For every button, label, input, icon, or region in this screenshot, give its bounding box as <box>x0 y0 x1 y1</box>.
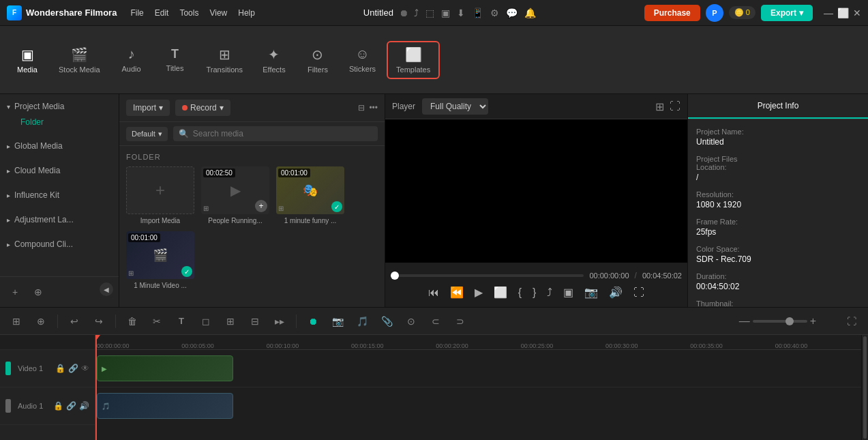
stop-button[interactable]: ⬜ <box>494 286 507 299</box>
import-button[interactable]: Import ▾ <box>126 100 170 116</box>
fullscreen-icon[interactable]: ⛶ <box>670 100 680 113</box>
tl-split-view-button[interactable]: ⊞ <box>7 312 26 331</box>
purchase-button[interactable]: Purchase <box>644 5 700 21</box>
search-input[interactable] <box>193 129 372 138</box>
tab-project-info[interactable]: Project Info <box>688 94 868 119</box>
tl-group-button[interactable]: ⊞ <box>221 312 240 331</box>
video1-eye-icon[interactable]: 👁 <box>81 364 89 373</box>
tl-cut-button[interactable]: ✂ <box>147 312 166 331</box>
timeline-scrollbar[interactable] <box>861 335 868 440</box>
tl-mark-button[interactable]: ⊙ <box>402 312 421 331</box>
media-item-people-running[interactable]: 00:02:50 ▶ + ⊞ People Running... <box>201 166 269 224</box>
screen-button[interactable]: ▣ <box>563 286 573 299</box>
tl-text-button[interactable]: T <box>172 312 191 331</box>
tl-redo-button[interactable]: ↪ <box>89 312 108 331</box>
media-item-import[interactable]: + Import Media <box>126 166 194 224</box>
project-files-value: / <box>696 173 860 182</box>
tl-undo-button[interactable]: ↩ <box>65 312 84 331</box>
tl-connect-button[interactable]: ⊕ <box>31 312 50 331</box>
menu-tools[interactable]: Tools <box>179 8 198 18</box>
zoom-out-button[interactable]: — <box>739 315 750 327</box>
tl-camera-button[interactable]: 📷 <box>328 312 347 331</box>
media-item-funny[interactable]: 00:01:00 🎭 ✓ ⊞ 1 minute funny ... <box>276 166 344 224</box>
menu-edit[interactable]: Edit <box>155 8 169 18</box>
playhead-cursor[interactable] <box>95 335 97 440</box>
zoom-fit-button[interactable]: ⛶ <box>842 312 861 331</box>
video1-link-icon[interactable]: 🔗 <box>68 364 78 373</box>
toolbar-item-transitions[interactable]: ⊞ Transitions <box>198 42 251 78</box>
toolbar-item-media[interactable]: ▣ Media <box>7 42 48 78</box>
tl-audio-btn[interactable]: 🎵 <box>353 312 372 331</box>
zoom-track[interactable] <box>753 320 807 323</box>
export-frame-button[interactable]: ⤴ <box>547 287 552 299</box>
toolbar-item-titles[interactable]: T Titles <box>155 43 196 76</box>
audio1-mute-icon[interactable]: 🔊 <box>79 401 89 411</box>
close-button[interactable]: ✕ <box>853 8 861 18</box>
toolbar-item-templates[interactable]: ⬜ Templates <box>387 41 440 79</box>
panel-section-global-media-header[interactable]: ▸ Global Media <box>7 138 112 154</box>
toolbar-item-stock-media[interactable]: 🎬 Stock Media <box>50 42 108 78</box>
panel-section-compound-header[interactable]: ▸ Compound Cli... <box>7 236 112 252</box>
toolbar-item-effects[interactable]: ✦ Effects <box>254 42 295 78</box>
download-icon[interactable]: ⬇ <box>457 8 465 18</box>
panel-section-project-media-header[interactable]: ▾ Project Media <box>7 98 112 115</box>
more-options-icon[interactable]: ••• <box>369 103 378 113</box>
tl-clip-button[interactable]: 📎 <box>377 312 396 331</box>
add-folder-button[interactable]: + <box>5 282 25 302</box>
maximize-button[interactable]: ⬜ <box>837 8 849 18</box>
filter-default-dropdown[interactable]: Default ▾ <box>126 127 168 141</box>
rewind-button[interactable]: ⏮ <box>428 287 439 299</box>
audio1-link-icon[interactable]: 🔗 <box>66 401 76 411</box>
panel-section-adjustment-header[interactable]: ▸ Adjustment La... <box>7 211 112 228</box>
panel-section-cloud-media-header[interactable]: ▸ Cloud Media <box>7 162 112 179</box>
add-to-timeline-icon[interactable]: + <box>255 200 267 212</box>
monitor-icon[interactable]: ▣ <box>441 8 450 18</box>
toolbar-item-audio[interactable]: ♪ Audio <box>111 42 152 77</box>
notification-icon[interactable]: 🔔 <box>524 8 536 18</box>
video1-lock-icon[interactable]: 🔒 <box>55 364 65 373</box>
settings-icon[interactable]: ⚙ <box>490 8 499 18</box>
collapse-button[interactable]: ◀ <box>100 282 113 296</box>
quality-select[interactable]: Full Quality1/2 Quality1/4 Quality <box>422 98 488 115</box>
tl-playhead-button[interactable]: ⏺ <box>303 312 323 331</box>
record-button[interactable]: Record ▾ <box>175 100 230 116</box>
tl-crop-button[interactable]: ◻ <box>196 312 215 331</box>
play-button[interactable]: ▶ <box>475 286 483 299</box>
fullscreen-ctrl-button[interactable]: ⛶ <box>633 287 644 299</box>
share-icon[interactable]: ⤴ <box>414 8 419 18</box>
tl-ungroup-button[interactable]: ⊟ <box>245 312 265 331</box>
export-button[interactable]: Export ▾ <box>761 5 813 21</box>
user-avatar[interactable]: P <box>706 4 723 22</box>
audio-button[interactable]: 🔊 <box>609 286 623 299</box>
device-icon[interactable]: ⬚ <box>425 8 434 18</box>
frame-back-button[interactable]: ⏪ <box>450 286 464 299</box>
menu-file[interactable]: File <box>130 8 143 18</box>
timeline-scroll-thumb[interactable] <box>863 336 867 439</box>
media-item-1min-video[interactable]: 00:01:00 🎬 ✓ ⊞ 1 Minute Video ... <box>126 231 194 289</box>
folder-item[interactable]: Folder <box>7 115 112 130</box>
panel-section-influence-kit-header[interactable]: ▸ Influence Kit <box>7 187 112 203</box>
minimize-button[interactable]: — <box>824 8 833 18</box>
mark-out-button[interactable]: } <box>533 287 536 299</box>
mark-in-button[interactable]: { <box>518 287 522 299</box>
chat-icon[interactable]: 💬 <box>506 8 518 18</box>
snapshot-button[interactable]: 📷 <box>584 286 598 299</box>
menu-help[interactable]: Help <box>238 8 255 18</box>
menu-view[interactable]: View <box>209 8 227 18</box>
toolbar-item-filters[interactable]: ⊙ Filters <box>297 42 338 78</box>
audio-clip-1[interactable]: 🎵 <box>97 393 233 419</box>
video-clip-1[interactable]: ▶ <box>97 355 233 381</box>
split-screen-icon[interactable]: ⊞ <box>655 100 664 113</box>
tl-ripple-button[interactable]: ⊂ <box>426 312 445 331</box>
progress-track[interactable] <box>391 274 584 277</box>
mobile-icon[interactable]: 📱 <box>472 8 483 18</box>
smart-folder-button[interactable]: ⊕ <box>29 282 48 302</box>
audio1-lock-icon[interactable]: 🔒 <box>53 401 63 411</box>
tl-delete-button[interactable]: 🗑 <box>123 312 142 331</box>
arrow-icon: ▸ <box>7 241 10 248</box>
toolbar-item-stickers[interactable]: ☺ Stickers <box>341 42 384 77</box>
zoom-in-button[interactable]: + <box>810 315 816 327</box>
tl-link-button[interactable]: ⊃ <box>451 312 470 331</box>
filter-icon[interactable]: ⊟ <box>358 103 365 113</box>
tl-more-button[interactable]: ▸▸ <box>270 312 289 331</box>
